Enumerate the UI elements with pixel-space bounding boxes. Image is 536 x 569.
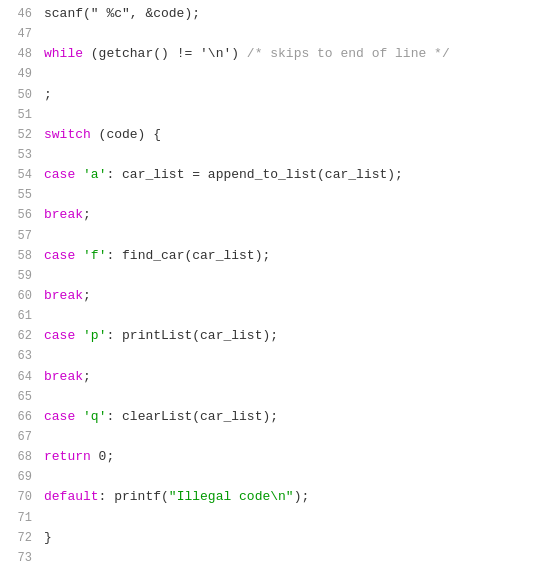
code-line: 66case 'q': clearList(car_list); <box>0 407 536 427</box>
line-content <box>44 145 528 165</box>
code-line: 58case 'f': find_car(car_list); <box>0 246 536 266</box>
kw-token: break <box>44 207 83 222</box>
code-editor: 46scanf(" %c", &code);47 48while (getcha… <box>0 0 536 569</box>
plain-token: ; <box>83 207 91 222</box>
line-content <box>44 105 528 125</box>
line-content <box>44 226 528 246</box>
code-line: 46scanf(" %c", &code); <box>0 4 536 24</box>
line-number: 54 <box>8 166 32 185</box>
str-token: 'q' <box>83 409 106 424</box>
line-number: 68 <box>8 448 32 467</box>
line-number: 49 <box>8 65 32 84</box>
line-content: break; <box>44 286 528 306</box>
line-content <box>44 64 528 84</box>
line-content: break; <box>44 205 528 225</box>
line-content: default: printf("Illegal code\n"); <box>44 487 528 507</box>
line-number: 69 <box>8 468 32 487</box>
plain-token <box>75 248 83 263</box>
code-line: 52switch (code) { <box>0 125 536 145</box>
plain-token: ; <box>83 288 91 303</box>
line-content: case 'a': car_list = append_to_list(car_… <box>44 165 528 185</box>
plain-token: ; <box>83 369 91 384</box>
str-token: 'a' <box>83 167 106 182</box>
line-number: 71 <box>8 509 32 528</box>
cmt-token: /* skips to end of line */ <box>247 46 450 61</box>
line-number: 58 <box>8 247 32 266</box>
line-number: 73 <box>8 549 32 568</box>
line-content: case 'f': find_car(car_list); <box>44 246 528 266</box>
line-number: 55 <box>8 186 32 205</box>
plain-token: : find_car(car_list); <box>106 248 270 263</box>
kw-token: case <box>44 409 75 424</box>
kw-token: while <box>44 46 83 61</box>
plain-token: } <box>44 530 52 545</box>
line-number: 63 <box>8 347 32 366</box>
line-content <box>44 467 528 487</box>
plain-token: : printf( <box>99 489 169 504</box>
line-content <box>44 266 528 286</box>
line-number: 67 <box>8 428 32 447</box>
plain-token: 0; <box>91 449 114 464</box>
line-number: 57 <box>8 227 32 246</box>
plain-token: scanf(" %c", &code); <box>44 6 200 21</box>
plain-token: (code) { <box>91 127 161 142</box>
code-line: 50; <box>0 85 536 105</box>
code-line: 64break; <box>0 367 536 387</box>
line-number: 64 <box>8 368 32 387</box>
line-content <box>44 24 528 44</box>
plain-token: (getchar() != '\n') <box>83 46 247 61</box>
line-content <box>44 306 528 326</box>
line-number: 59 <box>8 267 32 286</box>
str-token: 'f' <box>83 248 106 263</box>
line-content <box>44 427 528 447</box>
line-content: break; <box>44 367 528 387</box>
line-number: 66 <box>8 408 32 427</box>
code-line: 67 <box>0 427 536 447</box>
code-line: 59 <box>0 266 536 286</box>
code-line: 69 <box>0 467 536 487</box>
line-content <box>44 346 528 366</box>
code-line: 61 <box>0 306 536 326</box>
code-line: 53 <box>0 145 536 165</box>
code-line: 68return 0; <box>0 447 536 467</box>
line-number: 52 <box>8 126 32 145</box>
code-line: 62case 'p': printList(car_list); <box>0 326 536 346</box>
plain-token <box>75 328 83 343</box>
plain-token <box>75 167 83 182</box>
line-number: 46 <box>8 5 32 24</box>
line-content <box>44 548 528 568</box>
line-number: 56 <box>8 206 32 225</box>
kw-token: case <box>44 328 75 343</box>
line-content: switch (code) { <box>44 125 528 145</box>
line-content: return 0; <box>44 447 528 467</box>
kw-token: break <box>44 288 83 303</box>
line-content: while (getchar() != '\n') /* skips to en… <box>44 44 528 64</box>
plain-token <box>75 409 83 424</box>
line-number: 48 <box>8 45 32 64</box>
code-line: 63 <box>0 346 536 366</box>
code-line: 51 <box>0 105 536 125</box>
kw-token: default <box>44 489 99 504</box>
kw-token: switch <box>44 127 91 142</box>
plain-token: ); <box>294 489 310 504</box>
code-line: 56break; <box>0 205 536 225</box>
str-token: "Illegal code\n" <box>169 489 294 504</box>
line-content: ; <box>44 85 528 105</box>
line-number: 60 <box>8 287 32 306</box>
code-line: 71 <box>0 508 536 528</box>
code-line: 47 <box>0 24 536 44</box>
line-number: 50 <box>8 86 32 105</box>
plain-token: : clearList(car_list); <box>106 409 278 424</box>
code-line: 57 <box>0 226 536 246</box>
line-number: 65 <box>8 388 32 407</box>
plain-token: : car_list = append_to_list(car_list); <box>106 167 402 182</box>
code-line: 70default: printf("Illegal code\n"); <box>0 487 536 507</box>
line-number: 51 <box>8 106 32 125</box>
code-line: 72} <box>0 528 536 548</box>
line-content: scanf(" %c", &code); <box>44 4 528 24</box>
line-number: 47 <box>8 25 32 44</box>
line-content <box>44 508 528 528</box>
kw-token: break <box>44 369 83 384</box>
code-line: 55 <box>0 185 536 205</box>
line-content <box>44 387 528 407</box>
